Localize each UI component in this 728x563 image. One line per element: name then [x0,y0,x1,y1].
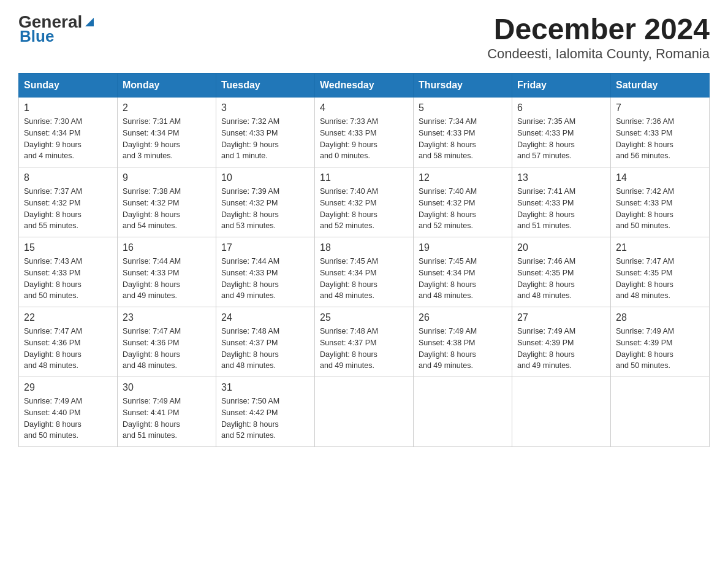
day-number: 23 [123,312,211,323]
table-row [512,377,611,447]
day-info: Sunrise: 7:41 AMSunset: 4:33 PMDaylight:… [517,186,605,232]
table-row: 14Sunrise: 7:42 AMSunset: 4:33 PMDayligh… [611,167,710,237]
col-friday: Friday [512,74,611,98]
day-info: Sunrise: 7:47 AMSunset: 4:35 PMDaylight:… [616,256,704,302]
col-thursday: Thursday [414,74,512,98]
day-info: Sunrise: 7:49 AMSunset: 4:39 PMDaylight:… [616,326,704,372]
day-info: Sunrise: 7:48 AMSunset: 4:37 PMDaylight:… [320,326,408,372]
day-info: Sunrise: 7:49 AMSunset: 4:38 PMDaylight:… [419,326,507,372]
table-row: 1Sunrise: 7:30 AMSunset: 4:34 PMDaylight… [19,98,118,167]
calendar-header-row: Sunday Monday Tuesday Wednesday Thursday… [19,74,710,98]
table-row: 20Sunrise: 7:46 AMSunset: 4:35 PMDayligh… [512,237,611,307]
table-row: 27Sunrise: 7:49 AMSunset: 4:39 PMDayligh… [512,307,611,377]
table-row: 11Sunrise: 7:40 AMSunset: 4:32 PMDayligh… [315,167,414,237]
day-number: 31 [221,382,309,393]
day-number: 18 [320,242,408,253]
day-number: 7 [616,102,704,113]
table-row [414,377,512,447]
day-info: Sunrise: 7:31 AMSunset: 4:34 PMDaylight:… [123,116,211,162]
day-info: Sunrise: 7:45 AMSunset: 4:34 PMDaylight:… [419,256,507,302]
day-info: Sunrise: 7:43 AMSunset: 4:33 PMDaylight:… [24,256,112,302]
table-row: 21Sunrise: 7:47 AMSunset: 4:35 PMDayligh… [611,237,710,307]
day-info: Sunrise: 7:47 AMSunset: 4:36 PMDaylight:… [24,326,112,372]
day-info: Sunrise: 7:49 AMSunset: 4:40 PMDaylight:… [24,396,112,442]
day-number: 1 [24,102,112,113]
day-info: Sunrise: 7:42 AMSunset: 4:33 PMDaylight:… [616,186,704,232]
day-info: Sunrise: 7:47 AMSunset: 4:36 PMDaylight:… [123,326,211,372]
calendar-week-row: 15Sunrise: 7:43 AMSunset: 4:33 PMDayligh… [19,237,710,307]
day-number: 15 [24,242,112,253]
day-info: Sunrise: 7:38 AMSunset: 4:32 PMDaylight:… [123,186,211,232]
day-info: Sunrise: 7:48 AMSunset: 4:37 PMDaylight:… [221,326,309,372]
table-row [611,377,710,447]
calendar-subtitle: Condeesti, Ialomita County, Romania [487,46,710,62]
day-number: 26 [419,312,507,323]
day-number: 29 [24,382,112,393]
day-info: Sunrise: 7:33 AMSunset: 4:33 PMDaylight:… [320,116,408,162]
day-info: Sunrise: 7:32 AMSunset: 4:33 PMDaylight:… [221,116,309,162]
day-info: Sunrise: 7:45 AMSunset: 4:34 PMDaylight:… [320,256,408,302]
col-monday: Monday [118,74,216,98]
table-row: 24Sunrise: 7:48 AMSunset: 4:37 PMDayligh… [216,307,315,377]
title-block: December 2024 Condeesti, Ialomita County… [487,12,710,62]
day-number: 27 [517,312,605,323]
day-info: Sunrise: 7:30 AMSunset: 4:34 PMDaylight:… [24,116,112,162]
day-number: 11 [320,172,408,183]
page-header: General Blue December 2024 Condeesti, Ia… [18,12,710,62]
day-info: Sunrise: 7:37 AMSunset: 4:32 PMDaylight:… [24,186,112,232]
col-wednesday: Wednesday [315,74,414,98]
day-number: 8 [24,172,112,183]
day-number: 16 [123,242,211,253]
day-number: 6 [517,102,605,113]
day-info: Sunrise: 7:40 AMSunset: 4:32 PMDaylight:… [419,186,507,232]
day-info: Sunrise: 7:50 AMSunset: 4:42 PMDaylight:… [221,396,309,442]
calendar-table: Sunday Monday Tuesday Wednesday Thursday… [18,73,710,447]
day-number: 24 [221,312,309,323]
day-info: Sunrise: 7:39 AMSunset: 4:32 PMDaylight:… [221,186,309,232]
table-row: 10Sunrise: 7:39 AMSunset: 4:32 PMDayligh… [216,167,315,237]
table-row: 3Sunrise: 7:32 AMSunset: 4:33 PMDaylight… [216,98,315,167]
day-info: Sunrise: 7:35 AMSunset: 4:33 PMDaylight:… [517,116,605,162]
day-info: Sunrise: 7:46 AMSunset: 4:35 PMDaylight:… [517,256,605,302]
day-number: 3 [221,102,309,113]
table-row: 30Sunrise: 7:49 AMSunset: 4:41 PMDayligh… [118,377,216,447]
table-row: 29Sunrise: 7:49 AMSunset: 4:40 PMDayligh… [19,377,118,447]
day-number: 30 [123,382,211,393]
table-row: 25Sunrise: 7:48 AMSunset: 4:37 PMDayligh… [315,307,414,377]
logo: General Blue [18,12,97,46]
day-number: 9 [123,172,211,183]
table-row: 18Sunrise: 7:45 AMSunset: 4:34 PMDayligh… [315,237,414,307]
day-number: 21 [616,242,704,253]
day-number: 5 [419,102,507,113]
table-row: 15Sunrise: 7:43 AMSunset: 4:33 PMDayligh… [19,237,118,307]
col-saturday: Saturday [611,74,710,98]
day-number: 20 [517,242,605,253]
table-row [315,377,414,447]
table-row: 16Sunrise: 7:44 AMSunset: 4:33 PMDayligh… [118,237,216,307]
calendar-week-row: 1Sunrise: 7:30 AMSunset: 4:34 PMDaylight… [19,98,710,167]
day-number: 25 [320,312,408,323]
svg-marker-0 [85,18,94,26]
day-number: 2 [123,102,211,113]
table-row: 7Sunrise: 7:36 AMSunset: 4:33 PMDaylight… [611,98,710,167]
day-number: 13 [517,172,605,183]
table-row: 17Sunrise: 7:44 AMSunset: 4:33 PMDayligh… [216,237,315,307]
table-row: 5Sunrise: 7:34 AMSunset: 4:33 PMDaylight… [414,98,512,167]
day-info: Sunrise: 7:49 AMSunset: 4:39 PMDaylight:… [517,326,605,372]
day-info: Sunrise: 7:44 AMSunset: 4:33 PMDaylight:… [221,256,309,302]
day-info: Sunrise: 7:36 AMSunset: 4:33 PMDaylight:… [616,116,704,162]
day-number: 28 [616,312,704,323]
table-row: 9Sunrise: 7:38 AMSunset: 4:32 PMDaylight… [118,167,216,237]
table-row: 4Sunrise: 7:33 AMSunset: 4:33 PMDaylight… [315,98,414,167]
day-number: 19 [419,242,507,253]
calendar-title: December 2024 [487,12,710,46]
table-row: 28Sunrise: 7:49 AMSunset: 4:39 PMDayligh… [611,307,710,377]
day-number: 12 [419,172,507,183]
table-row: 8Sunrise: 7:37 AMSunset: 4:32 PMDaylight… [19,167,118,237]
col-tuesday: Tuesday [216,74,315,98]
table-row: 12Sunrise: 7:40 AMSunset: 4:32 PMDayligh… [414,167,512,237]
day-info: Sunrise: 7:49 AMSunset: 4:41 PMDaylight:… [123,396,211,442]
table-row: 23Sunrise: 7:47 AMSunset: 4:36 PMDayligh… [118,307,216,377]
day-info: Sunrise: 7:34 AMSunset: 4:33 PMDaylight:… [419,116,507,162]
col-sunday: Sunday [19,74,118,98]
